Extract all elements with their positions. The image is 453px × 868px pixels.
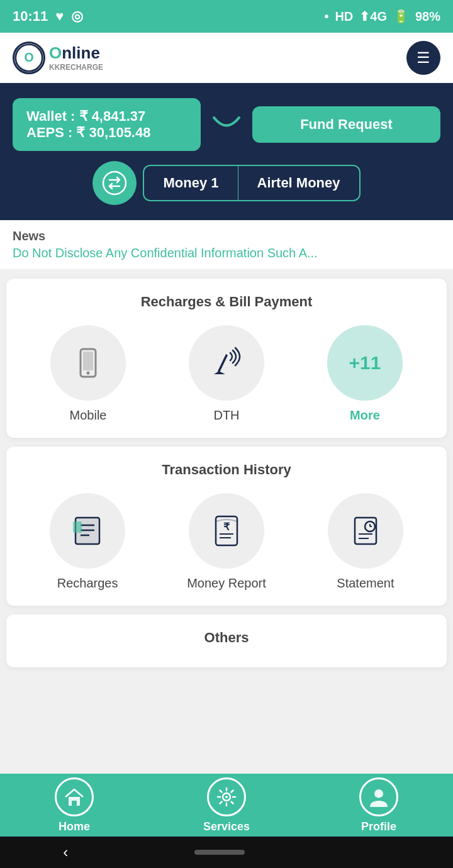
transaction-title: Transaction History xyxy=(19,462,434,478)
recharges-history-icon xyxy=(68,511,107,550)
money1-button[interactable]: Money 1 xyxy=(144,166,238,200)
mobile-item[interactable]: Mobile xyxy=(50,325,126,423)
aeps-amount: AEPS : ₹ 30,105.48 xyxy=(26,125,187,141)
transfer-button[interactable] xyxy=(92,161,137,205)
nav-services[interactable]: Services xyxy=(203,777,250,833)
smile-icon xyxy=(211,111,242,139)
profile-icon-circle xyxy=(359,777,398,816)
svg-point-2 xyxy=(103,172,126,194)
bottom-nav: Home Services Profile xyxy=(0,774,453,837)
network-icon: ⬆4G xyxy=(359,9,387,24)
svg-text:O: O xyxy=(24,50,33,64)
airtel-money-button[interactable]: Airtel Money xyxy=(238,166,359,200)
money-options: Money 1 Airtel Money xyxy=(143,165,360,201)
hd-label: HD xyxy=(335,9,353,24)
more-badge: +11 xyxy=(349,352,381,374)
recharge-icon-row: Mobile DTH +11 More xyxy=(19,325,434,423)
profile-nav-label: Profile xyxy=(361,820,396,833)
svg-point-27 xyxy=(374,789,383,798)
dot: • xyxy=(324,9,328,24)
wallet-info-box: Wallet : ₹ 4,841.37 AEPS : ₹ 30,105.48 xyxy=(13,98,201,151)
money-report-item[interactable]: ₹ Money Report xyxy=(187,493,266,591)
mobile-icon-circle xyxy=(50,325,126,401)
wallet-banner: Wallet : ₹ 4,841.37 AEPS : ₹ 30,105.48 F… xyxy=(0,83,453,220)
money-report-icon: ₹ xyxy=(207,511,246,550)
wallet-top-row: Wallet : ₹ 4,841.37 AEPS : ₹ 30,105.48 F… xyxy=(13,98,440,151)
svg-text:₹: ₹ xyxy=(223,521,230,532)
logo: O Online KKRECHARGE xyxy=(13,42,103,74)
services-nav-label: Services xyxy=(203,820,250,833)
statement-icon xyxy=(346,511,385,550)
recharge-title: Recharges & Bill Payment xyxy=(19,294,434,310)
dth-icon-circle xyxy=(189,325,264,401)
hamburger-icon: ☰ xyxy=(417,49,430,67)
more-label: More xyxy=(350,408,380,423)
heart-icon: ♥ xyxy=(55,8,64,25)
recharges-history-label: Recharges xyxy=(57,576,118,591)
home-gesture-pill[interactable] xyxy=(194,850,245,855)
status-right: • HD ⬆4G 🔋 98% xyxy=(324,9,440,24)
svg-rect-4 xyxy=(83,352,93,370)
battery-icon: 🔋 xyxy=(393,9,409,24)
nav-profile[interactable]: Profile xyxy=(359,777,398,833)
recharges-icon-circle xyxy=(50,493,125,569)
home-nav-label: Home xyxy=(59,820,90,833)
header: O Online KKRECHARGE ☰ xyxy=(0,33,453,83)
gesture-bar: ‹ xyxy=(0,837,453,868)
news-text: Do Not Disclose Any Confidential Informa… xyxy=(13,246,440,260)
services-icon xyxy=(215,786,238,808)
svg-point-26 xyxy=(225,796,228,798)
home-icon xyxy=(63,786,86,808)
news-section: News Do Not Disclose Any Confidential In… xyxy=(0,220,453,270)
services-icon-circle xyxy=(207,777,246,816)
wallet-bottom-row: Money 1 Airtel Money xyxy=(13,161,440,205)
svg-rect-24 xyxy=(72,801,77,806)
logo-circle: O xyxy=(13,42,45,74)
logo-sub: KKRECHARGE xyxy=(49,63,103,72)
nav-home[interactable]: Home xyxy=(55,777,94,833)
wallet-amount: Wallet : ₹ 4,841.37 xyxy=(26,108,187,125)
more-item[interactable]: +11 More xyxy=(327,325,403,423)
transaction-card: Transaction History Recharges ₹ xyxy=(6,447,447,606)
profile-icon xyxy=(367,786,390,808)
signal-icon: ◎ xyxy=(71,8,83,25)
recharges-history-item[interactable]: Recharges xyxy=(50,493,125,591)
svg-marker-6 xyxy=(214,371,225,374)
statement-icon-circle xyxy=(328,493,403,569)
battery-label: 98% xyxy=(415,9,440,24)
transaction-icon-row: Recharges ₹ Money Report xyxy=(19,493,434,591)
statement-label: Statement xyxy=(337,576,394,591)
others-title: Others xyxy=(19,630,434,646)
status-left: 10:11 ♥ ◎ xyxy=(13,8,83,25)
mobile-label: Mobile xyxy=(70,408,107,423)
news-label: News xyxy=(13,229,440,243)
home-icon-circle xyxy=(55,777,94,816)
others-section: Others xyxy=(6,615,447,667)
money-report-label: Money Report xyxy=(187,576,266,591)
svg-point-5 xyxy=(87,372,90,375)
svg-rect-12 xyxy=(73,521,82,533)
status-bar: 10:11 ♥ ◎ • HD ⬆4G 🔋 98% xyxy=(0,0,453,33)
dth-label: DTH xyxy=(213,408,239,423)
dth-icon xyxy=(206,343,247,384)
logo-text-block: Online KKRECHARGE xyxy=(49,43,103,72)
time: 10:11 xyxy=(13,8,48,25)
menu-button[interactable]: ☰ xyxy=(406,41,440,75)
fund-request-button[interactable]: Fund Request xyxy=(252,106,440,143)
recharge-card: Recharges & Bill Payment Mobile xyxy=(6,279,447,438)
statement-item[interactable]: Statement xyxy=(328,493,403,591)
back-button[interactable]: ‹ xyxy=(63,843,68,861)
mobile-icon xyxy=(69,344,107,382)
dth-item[interactable]: DTH xyxy=(189,325,264,423)
more-icon-circle: +11 xyxy=(327,325,403,401)
money-report-icon-circle: ₹ xyxy=(189,493,264,569)
